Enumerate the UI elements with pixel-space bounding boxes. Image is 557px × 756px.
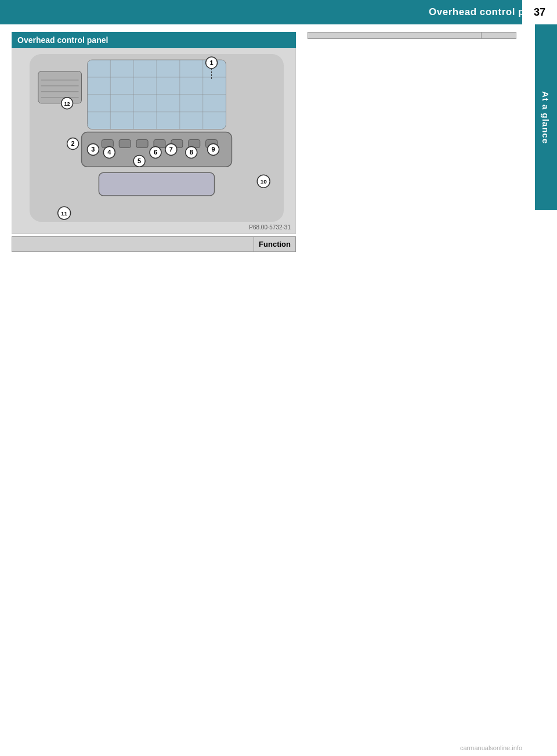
svg-rect-14 xyxy=(136,140,148,148)
right-function-table xyxy=(308,32,516,39)
section-heading: Overhead control panel xyxy=(12,32,296,48)
svg-text:9: 9 xyxy=(212,146,215,153)
svg-rect-20 xyxy=(38,71,82,103)
svg-text:10: 10 xyxy=(261,178,267,185)
svg-text:1: 1 xyxy=(210,59,214,66)
svg-text:12: 12 xyxy=(64,101,70,107)
right-column xyxy=(308,32,516,39)
svg-text:8: 8 xyxy=(190,149,193,156)
right-col-function-header xyxy=(308,33,482,39)
right-col-page-header xyxy=(482,33,516,39)
svg-text:2: 2 xyxy=(71,140,75,147)
svg-text:11: 11 xyxy=(61,210,68,217)
car-diagram-svg: 1 12 2 3 4 5 6 xyxy=(12,48,295,233)
page-number: 37 xyxy=(522,0,557,24)
side-tab-label: At a glance xyxy=(541,91,551,143)
left-function-table: Function xyxy=(12,236,296,252)
svg-rect-19 xyxy=(99,172,214,196)
svg-rect-13 xyxy=(119,140,131,148)
svg-text:7: 7 xyxy=(169,146,173,153)
left-column: Overhead control panel xyxy=(12,32,296,252)
svg-text:4: 4 xyxy=(107,149,111,156)
diagram-area: 1 12 2 3 4 5 6 xyxy=(12,48,296,234)
image-credit: P68.00-5732-31 xyxy=(249,224,291,231)
svg-text:3: 3 xyxy=(91,146,95,153)
svg-text:5: 5 xyxy=(138,157,141,164)
header-bar: Overhead control panel 37 xyxy=(0,0,557,24)
col-page-header: Function xyxy=(254,237,296,252)
watermark: carmanualsonline.info xyxy=(460,744,522,751)
svg-text:6: 6 xyxy=(154,149,157,156)
col-function-header xyxy=(12,237,254,252)
side-tab: At a glance xyxy=(535,24,557,210)
